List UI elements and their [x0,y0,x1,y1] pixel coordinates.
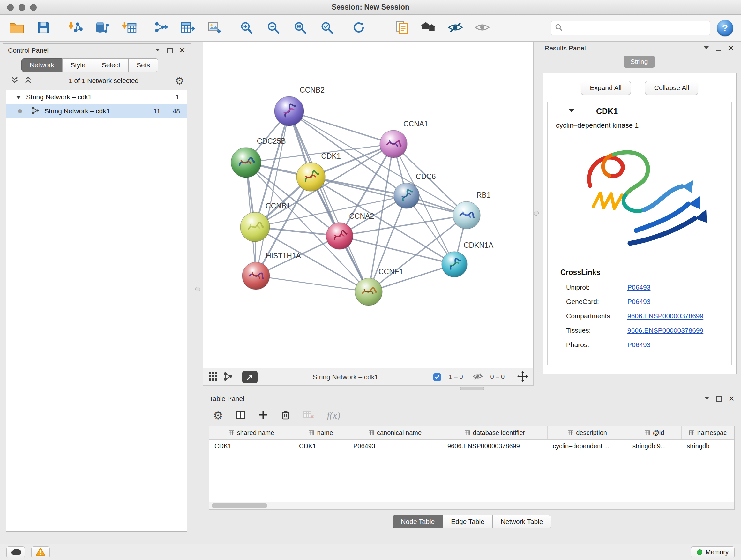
table-cell[interactable]: CDK1 [209,440,294,452]
network-node-ccna2[interactable]: CCNA2 [326,212,374,249]
panel-close-icon[interactable]: ✕ [179,47,185,54]
tab-string[interactable]: String [623,56,655,68]
selected-items-checkbox[interactable] [433,373,441,381]
tree-caret-icon[interactable] [16,93,21,101]
gear-icon[interactable]: ⚙ [175,76,184,86]
tab-network-table[interactable]: Network Table [492,515,551,528]
network-node-rb1[interactable]: RB1 [453,191,491,229]
section-caret-icon[interactable] [568,108,575,114]
search-input[interactable] [566,24,706,32]
detach-view-button[interactable] [242,371,258,383]
table-cell[interactable]: CDK1 [294,440,348,452]
network-view-icon[interactable] [223,372,232,382]
panel-menu-caret-icon[interactable] [703,45,710,51]
table-cell[interactable]: stringdb [682,440,734,452]
horizontal-scrollbar[interactable] [209,502,734,509]
zoom-selected-button[interactable] [318,18,336,38]
table-cell[interactable]: P06493 [348,440,442,452]
column-header-description[interactable]: description [548,426,627,439]
column-header--id[interactable]: @id [627,426,682,439]
duplicate-network-button[interactable] [393,18,411,38]
panel-menu-caret-icon[interactable] [154,48,161,53]
search-box[interactable] [551,21,711,36]
hidden-eye-slash-icon[interactable] [473,373,483,381]
network-edge[interactable] [289,111,368,292]
network-node-cdk1[interactable]: CDK1 [296,152,341,191]
expand-all-button[interactable]: Expand All [581,81,631,95]
network-edge[interactable] [255,196,407,227]
tab-edge-table[interactable]: Edge Table [443,515,493,528]
network-collection-row[interactable]: String Network – cdk1 1 [6,90,187,104]
export-table-button[interactable] [179,18,197,38]
expand-all-icon[interactable] [24,76,32,85]
export-image-button[interactable] [205,18,223,38]
import-network-file-button[interactable] [66,18,84,38]
left-splitter-handle[interactable] [195,287,200,292]
crosslink-value-link[interactable]: P06493 [627,341,650,349]
network-edge[interactable] [256,111,289,276]
help-button[interactable]: ? [717,20,733,37]
table-row[interactable]: CDK1CDK1P064939606.ENSP00000378699cyclin… [209,440,734,452]
tab-network[interactable]: Network [21,58,63,72]
crosslink-value-link[interactable]: P06493 [627,284,650,291]
column-header-canonical-name[interactable]: canonical name [348,426,442,439]
tab-select[interactable]: Select [93,58,129,72]
import-network-database-button[interactable] [93,18,111,38]
column-header-shared-name[interactable]: shared name [209,426,294,439]
crosslink-value-link[interactable]: 9606.ENSP00000378699 [627,312,703,320]
network-node-hist1h1a[interactable]: HIST1H1A [242,252,301,290]
panel-menu-caret-icon[interactable] [704,396,710,401]
panel-float-icon[interactable] [716,46,721,51]
network-node-cdkn1a[interactable]: CDKN1A [442,241,494,277]
table-cell[interactable]: stringdb:9... [627,440,682,452]
scrollbar-thumb[interactable] [212,503,267,508]
horizontal-splitter-handle[interactable] [460,387,484,390]
tab-style[interactable]: Style [62,58,94,72]
close-window-button[interactable] [7,4,14,11]
zoom-in-button[interactable] [238,18,255,38]
minimize-window-button[interactable] [18,4,25,11]
panel-close-icon[interactable]: ✕ [728,395,735,402]
memory-button[interactable]: Memory [691,546,735,558]
birdseye-toggle-button[interactable] [420,18,437,38]
network-node-ccne1[interactable]: CCNE1 [355,267,403,306]
column-header-database-identifier[interactable]: database identifier [442,426,548,439]
show-columns-icon[interactable] [235,410,246,421]
grid-mode-button[interactable] [208,372,218,382]
open-session-button[interactable] [8,18,25,38]
collapse-all-button[interactable]: Collapse All [645,81,698,95]
zoom-fit-button[interactable] [291,18,309,38]
cloud-status-button[interactable] [6,546,25,558]
save-session-button[interactable] [35,18,52,38]
network-row-selected[interactable]: String Network – cdk1 11 48 [6,104,187,118]
right-splitter-handle[interactable] [534,211,539,215]
crosslink-value-link[interactable]: 9606.ENSP00000378699 [627,327,703,334]
warnings-button[interactable] [31,546,50,558]
create-column-plus-icon[interactable] [259,410,268,421]
table-cell[interactable]: 9606.ENSP00000378699 [442,440,548,452]
network-node-ccna1[interactable]: CCNA1 [380,120,428,158]
network-canvas[interactable]: CCNB2CCNA1CDC25BCDK1CDC6RB1CCNB1CCNA2CDK… [203,42,533,368]
tab-node-table[interactable]: Node Table [393,515,443,528]
tab-sets[interactable]: Sets [128,58,158,72]
gene-section-header[interactable]: CDK1 [548,102,731,120]
collapse-all-icon[interactable] [10,76,19,85]
panel-close-icon[interactable]: ✕ [728,44,734,52]
network-edge[interactable] [289,111,394,144]
table-cell[interactable]: cyclin–dependent ... [548,440,627,452]
network-node-ccnb1[interactable]: CCNB1 [240,202,290,242]
show-all-button[interactable] [473,18,491,38]
column-header-name[interactable]: name [294,426,348,439]
hide-selected-button[interactable] [447,18,464,38]
new-network-from-selection-button[interactable] [152,18,170,38]
table-settings-gear-icon[interactable]: ⚙ [213,410,223,421]
zoom-out-button[interactable] [264,18,282,38]
pan-move-icon[interactable] [517,371,528,383]
panel-float-icon[interactable] [717,396,722,401]
column-header-namespac[interactable]: namespac [682,426,734,439]
delete-column-trash-icon[interactable] [281,410,290,421]
function-builder-button[interactable]: f(x) [327,410,340,421]
zoom-window-button[interactable] [30,4,37,11]
apply-layout-button[interactable] [350,18,367,38]
import-table-file-button[interactable] [120,18,138,38]
